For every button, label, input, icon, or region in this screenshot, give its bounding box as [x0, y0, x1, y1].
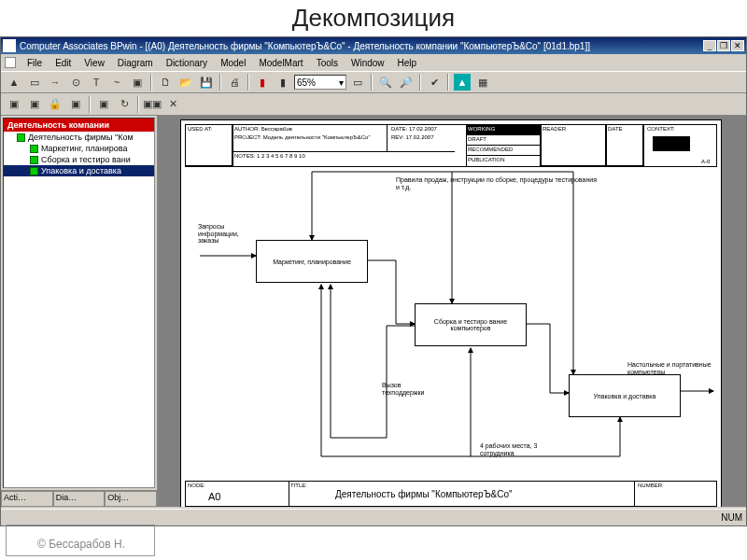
activity-box-3[interactable]: Упаковка и доставка	[569, 374, 681, 417]
sidebar-tabs: Acti… Dia… Obj…	[1, 490, 157, 507]
menu-edit[interactable]: Edit	[49, 57, 77, 69]
separator	[371, 74, 373, 91]
tab-activities[interactable]: Acti…	[1, 491, 53, 507]
menu-tools[interactable]: Tools	[311, 57, 344, 69]
menu-model[interactable]: Model	[215, 57, 251, 69]
arrow-tool-icon[interactable]: →	[46, 73, 64, 91]
separator	[89, 96, 91, 113]
page-heading: Декомпозиция	[0, 0, 747, 36]
toolbar-2: ▣ ▣ 🔒 ▣ ▣ ↻ ▣▣ ✕	[1, 93, 746, 116]
activity-box-2[interactable]: Сборка и тестиро вание компьютеров	[415, 303, 527, 346]
mm-merge-icon[interactable]: ▣	[94, 95, 113, 114]
squiggle-tool-icon[interactable]: ~	[107, 73, 126, 91]
menu-window[interactable]: Window	[345, 57, 390, 69]
label-requests: Запросы информации, заказы	[198, 223, 252, 245]
titlebar-text: Computer Associates BPwin - [(A0) Деятел…	[20, 41, 703, 51]
menu-diagram[interactable]: Diagram	[112, 57, 159, 69]
menu-help[interactable]: Help	[392, 57, 423, 69]
model-explorer-icon[interactable]: ▮	[253, 73, 272, 91]
separator	[219, 74, 221, 91]
statusbar-num: NUM	[721, 512, 742, 523]
workspace: Деятельность компании Деятельность фирмы…	[1, 116, 746, 507]
label-workers: 4 рабочих места, 3 сотрудника	[480, 442, 564, 456]
separator	[419, 74, 421, 91]
report-icon[interactable]: ▮	[274, 73, 292, 91]
model-tree[interactable]: Деятельность компании Деятельность фирмы…	[3, 118, 155, 488]
credit-text: © Бессарабов Н.	[37, 538, 125, 551]
activity-box-1[interactable]: Маркетинг, планирование	[256, 240, 368, 283]
diagram-sheet[interactable]: USED AT: AUTHOR: Бессарабов PROJECT: Мод…	[180, 119, 722, 507]
separator	[150, 74, 152, 91]
mm-close-icon[interactable]: ✕	[163, 95, 182, 114]
tunnel-tool-icon[interactable]: ⊙	[66, 73, 85, 91]
separator	[247, 74, 249, 91]
statusbar: NUM	[1, 509, 746, 525]
maximize-button[interactable]: ❐	[717, 40, 730, 51]
toolbar-1: ▲ ▭ → ⊙ T ~ ▣ 🗋 📂 💾 🖨 ▮ ▮ 65%▾ ▭ 🔍 🔎 ✔ ▲…	[1, 71, 746, 93]
pointer-tool-icon[interactable]: ▲	[5, 73, 23, 91]
ftr-node-val: A0	[208, 491, 220, 502]
save-file-icon[interactable]: 💾	[197, 73, 216, 91]
activity-box-tool-icon[interactable]: ▭	[25, 73, 44, 91]
tree-item-0[interactable]: Деятельность фирмы "Ком	[4, 132, 154, 143]
mm-open-icon[interactable]: ▣	[5, 95, 23, 114]
open-file-icon[interactable]: 📂	[176, 73, 195, 91]
app-icon	[3, 39, 16, 52]
new-file-icon[interactable]: 🗋	[156, 73, 175, 91]
mm-lock-icon[interactable]: 🔒	[46, 95, 64, 114]
sidebar: Деятельность компании Деятельность фирмы…	[1, 116, 158, 507]
menu-modelmart[interactable]: ModelMart	[253, 57, 308, 69]
window-controls: _ ❐ ✕	[703, 40, 744, 51]
zoom-out-icon[interactable]: 🔎	[397, 73, 416, 91]
tree-root[interactable]: Деятельность компании	[4, 119, 154, 132]
goto-parent-icon[interactable]: ▲	[453, 73, 472, 91]
mm-prop-icon[interactable]: ▣	[66, 95, 85, 114]
label-rules: Правила продаж, инструкции по сборке, пр…	[396, 176, 601, 190]
ftr-node-lbl: NODE:	[188, 483, 205, 488]
text-tool-icon[interactable]: T	[87, 73, 106, 91]
menu-view[interactable]: View	[78, 57, 110, 69]
mm-refresh-icon[interactable]: ↻	[115, 95, 134, 114]
zoom-fit-icon[interactable]: ▭	[348, 73, 367, 91]
ftr-title-val: Деятельность фирмы "КомпьютерЪ&Co"	[335, 489, 513, 499]
label-tech: Вызов техподдержки	[382, 382, 438, 396]
tree-item-1[interactable]: Маркетинг, планирова	[4, 143, 154, 154]
separator	[137, 96, 139, 113]
canvas-area[interactable]: USED AT: AUTHOR: Бессарабов PROJECT: Мод…	[158, 116, 746, 507]
mdi-icon	[5, 57, 16, 68]
zoom-in-icon[interactable]: 🔍	[376, 73, 395, 91]
close-button[interactable]: ✕	[731, 40, 744, 51]
menubar: File Edit View Diagram Dictionary Model …	[1, 54, 746, 71]
spellcheck-icon[interactable]: ✔	[425, 73, 444, 91]
app-window: Computer Associates BPwin - [(A0) Деятел…	[0, 36, 747, 526]
minimize-button[interactable]: _	[703, 40, 716, 51]
ftr-title-lbl: TITLE:	[290, 483, 307, 488]
zoom-combo[interactable]: 65%▾	[294, 75, 346, 90]
mm-library-icon[interactable]: ▣▣	[143, 95, 162, 114]
menu-dictionary[interactable]: Dictionary	[161, 57, 213, 69]
tab-objects[interactable]: Obj…	[105, 491, 157, 507]
diagram-tool-icon[interactable]: ▣	[128, 73, 147, 91]
tab-diagrams[interactable]: Dia…	[53, 491, 106, 507]
diagram-footer: NODE: A0 TITLE: Деятельность фирмы "Комп…	[185, 481, 717, 507]
separator	[447, 74, 449, 91]
tree-item-3[interactable]: Упаковка и доставка	[4, 165, 154, 176]
goto-child-icon[interactable]: ▦	[473, 73, 492, 91]
tree-item-2[interactable]: Сборка и тестиро вани	[4, 154, 154, 165]
titlebar: Computer Associates BPwin - [(A0) Деятел…	[1, 37, 746, 54]
menu-file[interactable]: File	[21, 57, 48, 69]
mm-save-icon[interactable]: ▣	[25, 95, 44, 114]
ftr-number-lbl: NUMBER:	[638, 483, 664, 488]
print-icon[interactable]: 🖨	[225, 73, 244, 91]
